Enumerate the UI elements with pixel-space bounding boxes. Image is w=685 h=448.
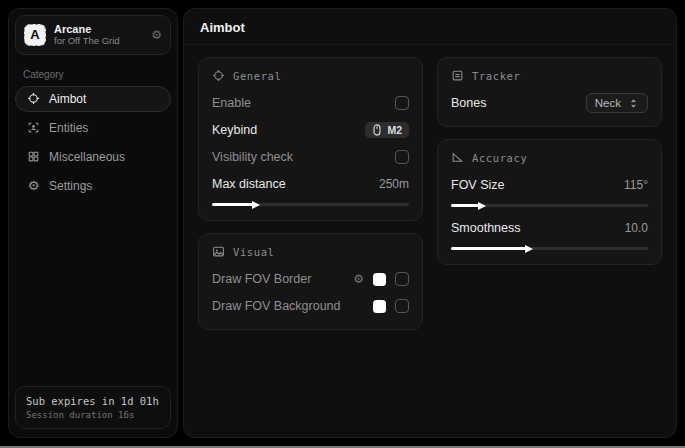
fov-border-color-swatch[interactable] [373, 273, 386, 286]
slider-thumb[interactable] [525, 245, 533, 253]
visibility-check-row: Visibility check [212, 146, 409, 168]
draw-fov-border-checkbox[interactable] [395, 272, 409, 286]
visual-card-header: Visual [212, 245, 409, 258]
visual-card: Visual Draw FOV Border ⚙ Draw FOV Backgr… [198, 233, 423, 330]
accuracy-card: Accuracy FOV Size 115° [437, 139, 662, 265]
card-title: General [233, 70, 281, 82]
smoothness-row: Smoothness 10.0 [451, 217, 648, 239]
general-card: General Enable Keybind M2 [198, 57, 423, 221]
card-title: Visual [233, 246, 275, 258]
visibility-check-checkbox[interactable] [395, 150, 409, 164]
left-column: General Enable Keybind M2 [198, 57, 423, 330]
draw-fov-background-checkbox[interactable] [395, 299, 409, 313]
gear-icon[interactable]: ⚙ [151, 28, 162, 42]
enable-row: Enable [212, 92, 409, 114]
smoothness-label: Smoothness [451, 221, 520, 235]
slider-fill [212, 203, 253, 206]
sidebar-item-label: Settings [49, 179, 92, 193]
visibility-check-label: Visibility check [212, 150, 293, 164]
fov-size-label: FOV Size [451, 178, 505, 192]
keybind-label: Keybind [212, 123, 257, 137]
logo-text: Arcane for Off The Grid [54, 23, 143, 47]
max-distance-slider[interactable] [212, 203, 409, 206]
slider-fill [451, 247, 526, 250]
logo-card: A Arcane for Off The Grid ⚙ [15, 15, 171, 55]
right-column: Tracker Bones Neck [437, 57, 662, 265]
gear-icon[interactable]: ⚙ [353, 273, 364, 285]
chevron-up-down-icon [628, 98, 639, 109]
app-title: Arcane [54, 23, 143, 36]
page-title: Aimbot [200, 20, 660, 35]
fov-background-color-swatch[interactable] [373, 300, 386, 313]
image-icon [212, 245, 225, 258]
crosshair-icon [27, 92, 40, 105]
keybind-row: Keybind M2 [212, 119, 409, 141]
max-distance-row: Max distance 250m [212, 173, 409, 195]
subscription-card: Sub expires in 1d 01h Session duration 1… [15, 386, 171, 429]
max-distance-value: 250m [379, 177, 409, 191]
max-distance-label: Max distance [212, 177, 286, 191]
grid-icon [27, 150, 40, 163]
sidebar-item-miscellaneous[interactable]: Miscellaneous [15, 144, 171, 170]
tracker-card-header: Tracker [451, 69, 648, 82]
sidebar-item-aimbot[interactable]: Aimbot [15, 86, 171, 112]
sidebar-item-entities[interactable]: Entities [15, 115, 171, 141]
general-card-header: General [212, 69, 409, 82]
fov-size-slider[interactable] [451, 204, 648, 207]
triangle-ruler-icon [451, 151, 464, 164]
fov-size-value: 115° [624, 178, 648, 192]
crosshair-icon [212, 69, 225, 82]
enable-label: Enable [212, 96, 251, 110]
sidebar-item-label: Aimbot [49, 92, 86, 106]
fov-size-slider-row [451, 204, 648, 207]
bones-row: Bones Neck [451, 92, 648, 114]
bones-selected-value: Neck [595, 97, 621, 109]
sub-expiry-text: Sub expires in 1d 01h [26, 395, 160, 407]
slider-thumb[interactable] [252, 201, 260, 209]
draw-fov-border-label: Draw FOV Border [212, 272, 311, 286]
enable-checkbox[interactable] [395, 96, 409, 110]
draw-fov-background-row: Draw FOV Background [212, 295, 409, 317]
card-title: Tracker [472, 70, 520, 82]
smoothness-slider-row [451, 247, 648, 250]
gear-icon: ⚙ [27, 179, 40, 192]
mouse-icon [372, 124, 382, 136]
draw-fov-border-row: Draw FOV Border ⚙ [212, 268, 409, 290]
category-label: Category [23, 69, 163, 80]
sidebar-item-label: Miscellaneous [49, 150, 125, 164]
smoothness-slider[interactable] [451, 247, 648, 250]
entities-scan-icon [27, 121, 40, 134]
tracker-icon [451, 69, 464, 82]
main-header: Aimbot [184, 9, 676, 45]
accuracy-card-header: Accuracy [451, 151, 648, 164]
content: General Enable Keybind M2 [184, 45, 676, 342]
sidebar: A Arcane for Off The Grid ⚙ Category Aim… [8, 8, 178, 438]
tracker-card: Tracker Bones Neck [437, 57, 662, 127]
max-distance-slider-row [212, 203, 409, 206]
session-duration-text: Session duration 16s [26, 410, 160, 420]
slider-thumb[interactable] [478, 202, 486, 210]
main-panel: Aimbot General [183, 8, 677, 438]
draw-fov-background-label: Draw FOV Background [212, 299, 341, 313]
card-title: Accuracy [472, 152, 527, 164]
arcane-logo: A [24, 24, 46, 46]
app-window: A Arcane for Off The Grid ⚙ Category Aim… [0, 0, 685, 438]
bones-label: Bones [451, 96, 486, 110]
app-subtitle: for Off The Grid [54, 36, 143, 47]
sidebar-item-settings[interactable]: ⚙ Settings [15, 173, 171, 199]
keybind-value: M2 [387, 124, 402, 136]
sidebar-item-label: Entities [49, 121, 88, 135]
smoothness-value: 10.0 [625, 221, 648, 235]
fov-size-row: FOV Size 115° [451, 174, 648, 196]
bones-select[interactable]: Neck [586, 93, 648, 113]
slider-fill [451, 204, 479, 207]
keybind-button[interactable]: M2 [365, 122, 409, 138]
